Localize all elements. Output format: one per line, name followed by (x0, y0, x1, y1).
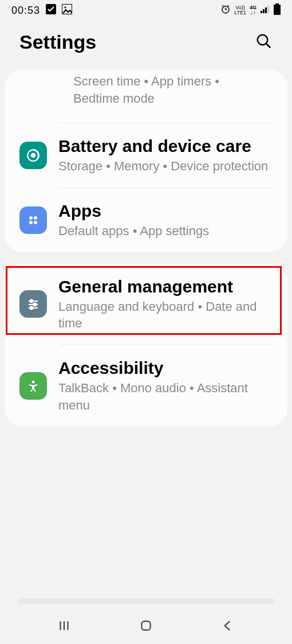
settings-row-general-management[interactable]: General management Language and keyboard… (5, 264, 287, 345)
row-title: General management (58, 276, 274, 297)
settings-row-accessibility[interactable]: Accessibility TalkBack • Mono audio • As… (5, 345, 287, 426)
status-bar: 00:53 Vo)) LTE1 4G ↓↑ (0, 0, 292, 21)
checkbox-icon (46, 4, 56, 17)
signal-icon (260, 4, 270, 17)
svg-point-17 (34, 221, 37, 224)
svg-point-2 (65, 6, 66, 8)
status-right: Vo)) LTE1 4G ↓↑ (220, 3, 281, 18)
svg-rect-28 (141, 621, 150, 630)
svg-point-10 (258, 34, 268, 45)
row-subtitle: Default apps • App settings (58, 223, 274, 240)
row-subtitle: Screen time • App timers • Bedtime mode (73, 73, 260, 107)
status-time: 00:53 (11, 5, 40, 17)
nav-bar (0, 610, 292, 644)
home-button[interactable] (139, 618, 153, 635)
svg-rect-7 (267, 6, 269, 13)
recents-button[interactable] (57, 618, 72, 635)
svg-point-14 (29, 216, 33, 220)
row-title: Apps (58, 201, 274, 221)
svg-point-24 (32, 380, 35, 383)
status-left: 00:53 (11, 4, 72, 17)
row-subtitle: Storage • Memory • Device protection (58, 158, 274, 175)
accessibility-icon (19, 372, 47, 400)
svg-rect-6 (265, 7, 267, 13)
row-subtitle: Language and keyboard • Date and time (58, 298, 274, 332)
svg-line-11 (266, 43, 271, 48)
settings-card: General management Language and keyboard… (5, 264, 287, 427)
settings-row-digital-wellbeing[interactable]: Screen time • App timers • Bedtime mode (5, 69, 287, 123)
volte-indicator: Vo)) LTE1 (234, 5, 246, 15)
svg-rect-8 (275, 3, 279, 5)
network-gen: 4G ↓↑ (250, 5, 257, 15)
image-icon (62, 4, 72, 17)
svg-point-23 (30, 307, 33, 310)
settings-card: Screen time • App timers • Bedtime mode … (5, 69, 287, 252)
row-subtitle: TalkBack • Mono audio • Assistant menu (58, 380, 274, 413)
svg-point-13 (31, 153, 36, 158)
back-button[interactable] (220, 618, 235, 635)
svg-rect-4 (261, 11, 262, 13)
row-title: Battery and device care (58, 136, 274, 157)
settings-row-apps[interactable]: Apps Default apps • App settings (5, 188, 287, 252)
battery-icon (274, 3, 281, 18)
apps-icon (19, 206, 47, 234)
svg-rect-9 (274, 5, 281, 15)
alarm-icon (220, 4, 231, 17)
search-icon[interactable] (255, 33, 273, 52)
scrollbar-track (17, 598, 275, 604)
svg-point-16 (29, 221, 33, 224)
svg-point-15 (34, 216, 37, 220)
general-management-icon (19, 290, 47, 318)
page-title: Settings (19, 31, 96, 53)
svg-point-21 (34, 303, 37, 306)
device-care-icon (19, 142, 47, 169)
svg-rect-5 (263, 9, 265, 13)
row-title: Accessibility (58, 358, 274, 378)
settings-row-battery-device-care[interactable]: Battery and device care Storage • Memory… (5, 123, 287, 188)
settings-header: Settings (0, 21, 292, 69)
svg-point-19 (30, 300, 33, 303)
